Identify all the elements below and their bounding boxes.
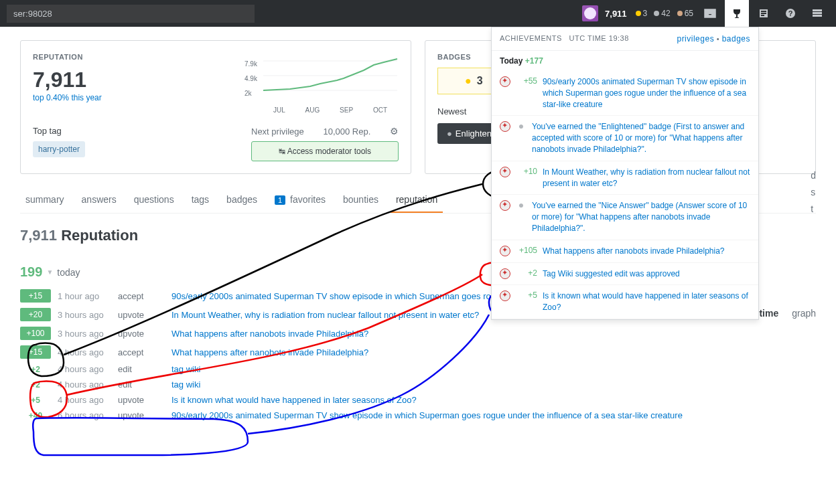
achievement-row[interactable]: +105What happens after nanobots invade P… — [492, 240, 758, 263]
reputation-value: 7,911 — [33, 68, 102, 92]
silver-badge-count: 42 — [654, 9, 670, 18]
topbar-rep[interactable]: 7,911 — [605, 9, 627, 19]
badge-icon: ● — [516, 121, 527, 155]
achievements-icon[interactable] — [725, 0, 749, 27]
tab-badges[interactable]: badges — [221, 187, 263, 213]
toptag[interactable]: harry-potter — [33, 141, 85, 157]
rep-change: +100 — [20, 327, 51, 340]
topbar: ser:98028 7,911 3 42 65 ? — [0, 0, 836, 27]
achievement-row[interactable]: ●You've earned the "Nice Answer" badge (… — [492, 195, 758, 240]
svg-rect-4 — [813, 15, 822, 17]
dropdown-today: Today +177 — [492, 51, 758, 71]
achievement-text[interactable]: What happens after nanobots invade Phila… — [543, 246, 750, 257]
gear-icon[interactable]: ⚙ — [390, 126, 399, 137]
reputation-card-title: REPUTATION — [33, 53, 102, 61]
tab-favorites[interactable]: 1 favorites — [269, 187, 331, 213]
tab-reputation[interactable]: reputation — [391, 187, 443, 213]
sites-icon[interactable] — [805, 0, 829, 27]
reputation-row: +1003 hours agoupvoteWhat happens after … — [20, 324, 816, 343]
review-icon[interactable] — [752, 0, 776, 27]
bronze-badge-count: 65 — [677, 9, 693, 18]
achievement-row[interactable]: ●You've earned the "Enlightened" badge (… — [492, 116, 758, 161]
rep-change: +5 — [20, 396, 51, 405]
badges-link[interactable]: badges — [722, 34, 750, 44]
achievement-row[interactable]: +5Is it known what would have happened i… — [492, 285, 758, 319]
search-input[interactable]: ser:98028 — [7, 5, 255, 23]
achievement-text[interactable]: Is it known what would have happened in … — [543, 290, 750, 313]
reputation-chart: 7.9k 4.9k 2k — [245, 57, 399, 104]
inbox-icon[interactable] — [698, 0, 722, 27]
rep-change: +20 — [20, 308, 51, 321]
rep-time: 3 hours ago — [58, 329, 118, 339]
achievement-text[interactable]: You've earned the "Nice Answer" badge (A… — [532, 200, 750, 234]
reputation-row: +24 hours agoedittag wiki — [20, 377, 816, 392]
nextpriv-label: Next privilege — [251, 127, 304, 137]
rep-link[interactable]: What happens after nanobots invade Phila… — [171, 347, 816, 357]
badge-icon: ● — [516, 200, 527, 234]
achievement-text[interactable]: In Mount Weather, why is radiation from … — [543, 167, 750, 189]
rep-time: 4 hours ago — [58, 380, 118, 390]
tab-bounties[interactable]: bounties — [338, 187, 384, 213]
obscured-text: d s t — [811, 167, 816, 218]
rep-reason: edit — [118, 364, 171, 374]
svg-rect-3 — [813, 12, 822, 14]
achievement-rep: +10 — [516, 167, 537, 189]
rep-change: +15 — [20, 289, 51, 303]
rep-change: +2 — [20, 365, 51, 374]
tab-answers[interactable]: answers — [76, 187, 122, 213]
achievement-rep: +5 — [516, 290, 537, 313]
site-icon — [500, 268, 510, 279]
rep-link[interactable]: tag wiki — [171, 380, 816, 390]
achievements-dropdown: ACHIEVEMENTS UTC TIME 19:38 privileges •… — [491, 27, 759, 320]
privileges-link[interactable]: privileges — [677, 34, 714, 44]
tab-summary[interactable]: summary — [20, 187, 70, 213]
view-time[interactable]: time — [759, 308, 778, 319]
rep-reason: edit — [118, 380, 171, 390]
nextpriv-goal: 10,000 Rep. — [323, 127, 370, 137]
tab-questions[interactable]: questions — [129, 187, 180, 213]
achievement-row[interactable]: +2Tag Wiki suggested edit was approved — [492, 263, 758, 286]
site-icon — [500, 200, 510, 211]
nextpriv-button[interactable]: ↹ Access moderator tools — [251, 141, 399, 161]
reputation-rank-link[interactable]: top 0.40% this year — [33, 93, 102, 102]
site-icon — [500, 76, 510, 87]
achievement-text[interactable]: 90s/early 2000s animated Superman TV sho… — [543, 76, 750, 110]
gold-badge-count: 3 — [636, 9, 648, 18]
rep-time: 4 hours ago — [58, 347, 118, 357]
reputation-row: +406 hours agoupvote90s/early 2000s anim… — [20, 408, 816, 423]
achievement-rep: +105 — [516, 246, 537, 257]
achievement-text[interactable]: Tag Wiki suggested edit was approved — [543, 268, 750, 280]
toptag-label: Top tag — [33, 126, 85, 136]
topbar-right: 7,911 3 42 65 ? — [582, 0, 829, 27]
rep-change: +15 — [20, 345, 51, 359]
rep-link[interactable]: 90s/early 2000s animated Superman TV sho… — [171, 410, 816, 420]
avatar[interactable] — [582, 5, 598, 21]
rep-reason: upvote — [118, 329, 171, 339]
rep-link[interactable]: tag wiki — [171, 364, 816, 374]
rep-link[interactable]: Is it known what would have happened in … — [171, 395, 816, 405]
tab-tags[interactable]: tags — [186, 187, 214, 213]
rep-reason: upvote — [118, 410, 171, 420]
rep-time: 4 hours ago — [58, 364, 118, 374]
achievement-rep: +2 — [516, 268, 537, 280]
chevron-down-icon: ▼ — [46, 268, 53, 276]
reputation-card: REPUTATION 7,911 top 0.40% this year 7.9… — [20, 40, 411, 174]
site-icon — [500, 121, 510, 132]
rep-change: +2 — [20, 380, 51, 390]
reputation-row: +54 hours agoupvoteIs it known what woul… — [20, 392, 816, 408]
rep-time: 4 hours ago — [58, 395, 118, 405]
achievement-row[interactable]: +10In Mount Weather, why is radiation fr… — [492, 161, 758, 195]
achievement-row[interactable]: +5590s/early 2000s animated Superman TV … — [492, 71, 758, 116]
svg-text:?: ? — [788, 9, 793, 17]
rep-link[interactable]: What happens after nanobots invade Phila… — [171, 329, 816, 339]
rep-change: +40 — [20, 411, 51, 420]
rep-reason: upvote — [118, 310, 171, 320]
achievement-text[interactable]: You've earned the "Enlightened" badge (F… — [532, 121, 750, 155]
dropdown-header: ACHIEVEMENTS UTC TIME 19:38 privileges •… — [492, 27, 758, 51]
view-tabs: time graph — [759, 308, 816, 319]
site-icon — [500, 246, 510, 256]
view-graph[interactable]: graph — [792, 308, 816, 319]
help-icon[interactable]: ? — [778, 0, 803, 27]
rep-time: 6 hours ago — [58, 410, 118, 420]
rep-time: 3 hours ago — [58, 310, 118, 320]
